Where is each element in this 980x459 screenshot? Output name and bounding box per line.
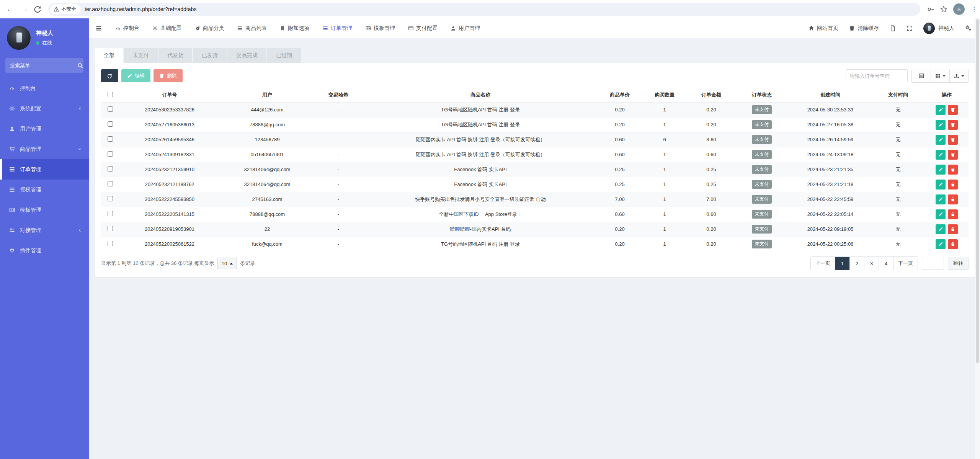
- page-scrollbar[interactable]: [975, 18, 980, 459]
- address-bar[interactable]: 不安全 ter.aozhouhg.net/admin.php/order?ref…: [48, 3, 920, 16]
- topnav-tab-7[interactable]: 支付配置: [402, 18, 444, 38]
- user-icon: [9, 126, 15, 132]
- delete-button[interactable]: 删除: [154, 69, 183, 82]
- row-edit-button[interactable]: [936, 105, 946, 115]
- page-3[interactable]: 3: [864, 257, 879, 270]
- row-edit-button[interactable]: [936, 120, 946, 130]
- sidebar-item-7[interactable]: 对接管理: [0, 220, 89, 240]
- row-delete-button[interactable]: [948, 165, 958, 175]
- row-checkbox[interactable]: [108, 241, 113, 246]
- row-edit-button[interactable]: [936, 224, 946, 234]
- row-edit-button[interactable]: [936, 180, 946, 189]
- page-4[interactable]: 4: [879, 257, 893, 270]
- row-edit-button[interactable]: [936, 209, 946, 219]
- browser-back-button[interactable]: ←: [5, 5, 15, 13]
- row-checkbox[interactable]: [108, 121, 113, 127]
- page-2[interactable]: 2: [849, 257, 864, 270]
- bookmark-star-icon[interactable]: [940, 6, 947, 13]
- row-checkbox[interactable]: [108, 211, 113, 216]
- row-edit-button[interactable]: [936, 239, 946, 249]
- export-dropdown-button[interactable]: [949, 69, 968, 82]
- sidebar-item-5[interactable]: 授权管理: [0, 180, 89, 200]
- fullscreen-icon[interactable]: [906, 25, 913, 31]
- sidebar-item-8[interactable]: 插件管理: [0, 240, 89, 261]
- row-checkbox[interactable]: [108, 226, 113, 231]
- row-delete-button[interactable]: [948, 150, 958, 160]
- filter-tab-0[interactable]: 全部: [95, 48, 123, 63]
- page-1[interactable]: 1: [835, 257, 849, 270]
- row-delete-button[interactable]: [948, 209, 958, 219]
- row-checkbox[interactable]: [108, 151, 113, 157]
- browser-refresh-button[interactable]: [34, 5, 41, 13]
- security-label: 不安全: [61, 6, 76, 13]
- user-avatar[interactable]: [7, 26, 31, 50]
- topnav-tab-0[interactable]: 控制台: [109, 18, 146, 38]
- site-home-link[interactable]: 网站首页: [808, 25, 838, 32]
- sidebar-profile: 神秘人 在线: [0, 18, 89, 56]
- cell-ops: [925, 192, 969, 207]
- sidebar-item-0[interactable]: 控制台: [0, 78, 89, 98]
- browser-forward-button[interactable]: →: [19, 5, 30, 13]
- order-search-input[interactable]: [846, 69, 908, 82]
- browser-profile-avatar[interactable]: S: [953, 3, 965, 15]
- page-next[interactable]: 下一页: [893, 257, 918, 270]
- browser-menu-icon[interactable]: ⋮: [971, 5, 975, 13]
- sidebar-item-6[interactable]: 模板管理: [0, 200, 89, 220]
- select-all-checkbox[interactable]: [108, 92, 113, 97]
- row-edit-button[interactable]: [936, 135, 946, 145]
- columns-dropdown-button[interactable]: [931, 69, 949, 82]
- filter-tab-5[interactable]: 已过期: [267, 48, 301, 63]
- row-delete-button[interactable]: [948, 224, 958, 234]
- row-edit-button[interactable]: [936, 165, 946, 175]
- pencil-icon: [938, 137, 943, 142]
- settings-cogs-icon[interactable]: [965, 25, 972, 31]
- sidebar-item-4[interactable]: 订单管理: [0, 159, 89, 180]
- row-checkbox[interactable]: [108, 196, 113, 201]
- topnav-tab-3[interactable]: 商品列表: [231, 18, 273, 38]
- row-checkbox[interactable]: [108, 106, 113, 112]
- security-chip[interactable]: 不安全: [50, 4, 81, 14]
- row-delete-button[interactable]: [948, 194, 958, 204]
- topnav-tab-5[interactable]: 订单管理: [316, 18, 359, 38]
- row-delete-button[interactable]: [948, 180, 958, 189]
- topnav-tab-8[interactable]: 用户管理: [444, 18, 487, 38]
- row-checkbox[interactable]: [108, 166, 113, 172]
- sidebar-item-2[interactable]: 用户管理: [0, 119, 89, 139]
- row-delete-button[interactable]: [948, 135, 958, 145]
- filter-tab-1[interactable]: 未支付: [124, 48, 158, 63]
- filter-tab-4[interactable]: 交易完成: [227, 48, 266, 63]
- clear-cache-link[interactable]: 清除缓存: [849, 25, 879, 32]
- cell-amount: 0.60: [688, 207, 734, 222]
- page-jump-button[interactable]: 跳转: [948, 257, 969, 270]
- row-checkbox[interactable]: [108, 181, 113, 186]
- row-checkbox[interactable]: [108, 136, 113, 142]
- sidebar-toggle-button[interactable]: [89, 18, 109, 38]
- sidebar-search-input[interactable]: [10, 63, 77, 69]
- filter-tab-3[interactable]: 已发货: [193, 48, 227, 63]
- sidebar-item-3[interactable]: 商品管理: [0, 139, 89, 159]
- row-edit-button[interactable]: [936, 194, 946, 204]
- cell-amount: 0.20: [688, 117, 734, 132]
- refresh-button[interactable]: [101, 69, 118, 82]
- topnav-tab-4[interactable]: 附加选项: [273, 18, 316, 38]
- language-icon[interactable]: [890, 25, 896, 31]
- navbar-user-menu[interactable]: 神秘人: [923, 23, 954, 34]
- scrollbar-thumb[interactable]: [976, 19, 979, 363]
- row-delete-button[interactable]: [948, 105, 958, 115]
- topnav-tab-1[interactable]: 基础配置: [146, 18, 188, 38]
- row-delete-button[interactable]: [948, 239, 958, 249]
- topnav-tab-6[interactable]: 模板管理: [359, 18, 402, 38]
- page-jump-input[interactable]: [922, 257, 944, 270]
- warning-icon: [54, 7, 59, 12]
- edit-button[interactable]: 编辑: [121, 69, 150, 82]
- sidebar-item-1[interactable]: 系统配置: [0, 98, 89, 119]
- topnav-tab-2[interactable]: 商品分类: [188, 18, 231, 38]
- row-delete-button[interactable]: [948, 120, 958, 130]
- row-edit-button[interactable]: [936, 150, 946, 160]
- detail-view-button[interactable]: [912, 69, 931, 82]
- password-key-icon[interactable]: [927, 6, 934, 13]
- filter-tab-2[interactable]: 代发货: [158, 48, 192, 63]
- page-prev[interactable]: 上一页: [811, 257, 835, 270]
- page-size-select[interactable]: 10: [217, 258, 237, 269]
- cell-product: 陌陌国内实卡 API 首码 换绑 注册 登录（可接可发可续租）: [362, 147, 599, 162]
